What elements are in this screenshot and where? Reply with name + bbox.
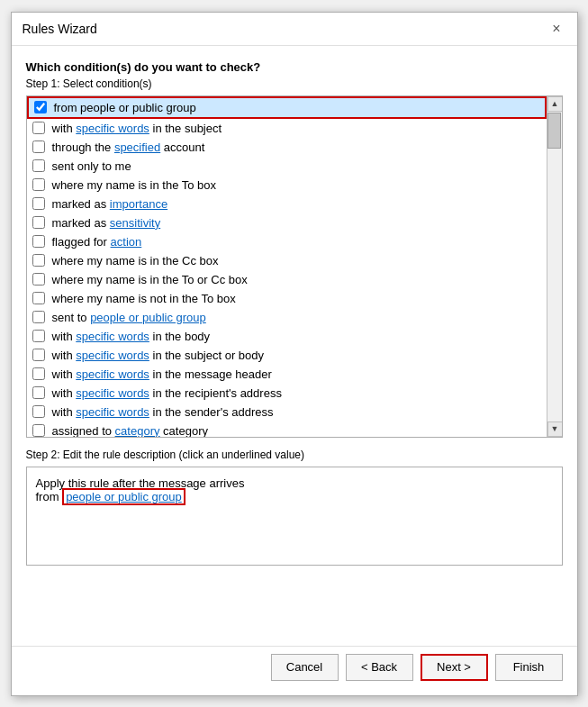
button-row: Cancel < Back Next > Finish	[12, 646, 577, 695]
condition-item[interactable]: flagged for action	[27, 232, 547, 251]
next-button[interactable]: Next >	[421, 654, 488, 681]
condition-label: from people or public group	[54, 101, 196, 114]
condition-item[interactable]: where my name is not in the To box	[27, 289, 547, 308]
condition-item[interactable]: where my name is in the Cc box	[27, 251, 547, 270]
condition-label: with specific words in the sender's addr…	[52, 405, 274, 419]
description-line2-prefix: from	[36, 490, 63, 503]
condition-link[interactable]: specified	[114, 140, 160, 154]
description-link[interactable]: people or public group	[62, 488, 185, 505]
condition-checkbox[interactable]	[32, 235, 45, 248]
condition-link[interactable]: specific words	[76, 330, 149, 343]
scroll-up-button[interactable]: ▲	[547, 96, 563, 112]
condition-label: marked as importance	[52, 197, 168, 211]
main-question: Which condition(s) do you want to check?	[26, 60, 563, 74]
dialog-title: Rules Wizard	[23, 22, 97, 36]
condition-item[interactable]: sent only to me	[27, 157, 547, 176]
title-bar: Rules Wizard ×	[12, 13, 577, 46]
condition-label: assigned to category category	[52, 424, 208, 437]
conditions-list: from people or public groupwith specific…	[27, 96, 547, 437]
condition-checkbox[interactable]	[32, 273, 45, 286]
condition-checkbox[interactable]	[32, 405, 45, 418]
condition-label: flagged for action	[52, 235, 142, 249]
condition-link[interactable]: specific words	[76, 405, 149, 419]
condition-checkbox[interactable]	[32, 386, 45, 399]
scroll-down-button[interactable]: ▼	[547, 421, 563, 437]
condition-link[interactable]: specific words	[76, 122, 149, 135]
condition-checkbox[interactable]	[32, 292, 45, 304]
condition-label: marked as sensitivity	[52, 216, 161, 230]
close-button[interactable]: ×	[547, 20, 565, 38]
condition-label: with specific words in the body	[52, 330, 211, 343]
condition-link[interactable]: specific words	[76, 349, 149, 362]
description-box: Apply this rule after the message arrive…	[26, 467, 563, 566]
condition-item[interactable]: marked as importance	[27, 195, 547, 213]
condition-link[interactable]: action	[111, 235, 142, 249]
condition-label: where my name is in the To box	[52, 178, 217, 192]
condition-label: with specific words in the subject	[52, 122, 222, 135]
condition-link[interactable]: specific words	[76, 386, 149, 400]
condition-label: where my name is in the Cc box	[52, 254, 219, 267]
condition-link[interactable]: sensitivity	[110, 216, 160, 230]
dialog-body: Which condition(s) do you want to check?…	[12, 46, 577, 646]
condition-link[interactable]: specific words	[76, 367, 149, 381]
condition-item[interactable]: with specific words in the sender's addr…	[27, 403, 547, 421]
condition-item[interactable]: with specific words in the subject or bo…	[27, 346, 547, 365]
conditions-container: from people or public groupwith specific…	[26, 95, 563, 438]
condition-checkbox[interactable]	[34, 101, 47, 113]
condition-link[interactable]: people or public group	[90, 311, 206, 324]
condition-label: where my name is in the To or Cc box	[52, 273, 248, 286]
condition-checkbox[interactable]	[32, 159, 45, 172]
condition-item[interactable]: marked as sensitivity	[27, 213, 547, 232]
condition-checkbox[interactable]	[32, 216, 45, 229]
step1-label: Step 1: Select condition(s)	[26, 77, 563, 90]
condition-checkbox[interactable]	[32, 178, 45, 191]
condition-checkbox[interactable]	[32, 254, 45, 267]
condition-label: with specific words in the subject or bo…	[52, 349, 265, 362]
rules-wizard-dialog: Rules Wizard × Which condition(s) do you…	[11, 12, 578, 696]
finish-button[interactable]: Finish	[495, 654, 563, 681]
condition-item[interactable]: from people or public group	[27, 96, 547, 119]
cancel-button[interactable]: Cancel	[271, 654, 339, 681]
condition-checkbox[interactable]	[32, 330, 45, 342]
condition-label: with specific words in the recipient's a…	[52, 386, 282, 400]
condition-item[interactable]: assigned to category category	[27, 421, 547, 437]
condition-link[interactable]: importance	[110, 197, 167, 211]
condition-item[interactable]: with specific words in the subject	[27, 119, 547, 138]
condition-label: sent to people or public group	[52, 311, 206, 324]
condition-item[interactable]: sent to people or public group	[27, 308, 547, 327]
scroll-thumb[interactable]	[547, 113, 561, 149]
condition-item[interactable]: with specific words in the message heade…	[27, 365, 547, 384]
condition-checkbox[interactable]	[32, 140, 45, 153]
condition-checkbox[interactable]	[32, 197, 45, 210]
conditions-inner: from people or public groupwith specific…	[27, 96, 547, 437]
condition-label: with specific words in the message heade…	[52, 367, 272, 381]
condition-item[interactable]: where my name is in the To or Cc box	[27, 270, 547, 289]
back-button[interactable]: < Back	[346, 654, 413, 681]
condition-label: through the specified account	[52, 140, 205, 154]
condition-item[interactable]: through the specified account	[27, 138, 547, 157]
condition-label: sent only to me	[52, 159, 131, 173]
condition-checkbox[interactable]	[32, 311, 45, 323]
condition-item[interactable]: with specific words in the body	[27, 327, 547, 346]
condition-label: where my name is not in the To box	[52, 292, 236, 305]
step2-label: Step 2: Edit the rule description (click…	[26, 449, 563, 461]
scroll-track	[547, 112, 562, 421]
condition-checkbox[interactable]	[32, 424, 45, 437]
condition-item[interactable]: where my name is in the To box	[27, 176, 547, 195]
condition-checkbox[interactable]	[32, 122, 45, 134]
condition-item[interactable]: with specific words in the recipient's a…	[27, 384, 547, 403]
condition-checkbox[interactable]	[32, 367, 45, 380]
condition-checkbox[interactable]	[32, 349, 45, 361]
condition-link[interactable]: category	[115, 424, 160, 437]
scrollbar: ▲ ▼	[547, 96, 562, 437]
